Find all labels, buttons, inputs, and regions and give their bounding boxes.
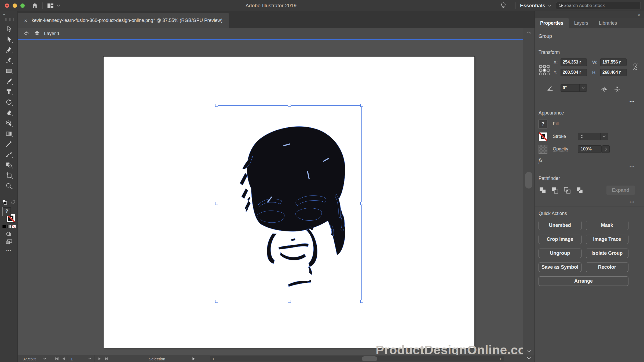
selection-tool[interactable] bbox=[3, 24, 15, 34]
screen-mode-icon[interactable] bbox=[5, 239, 13, 245]
fill-swatch[interactable]: ? bbox=[539, 120, 547, 128]
paintbrush-tool[interactable] bbox=[3, 76, 15, 86]
recolor-button[interactable]: Recolor bbox=[586, 263, 629, 272]
back-arrow-icon[interactable] bbox=[24, 31, 30, 36]
status-menu-arrow-icon[interactable] bbox=[192, 355, 195, 362]
constrain-proportions-icon[interactable] bbox=[631, 62, 639, 71]
last-artboard-icon[interactable] bbox=[105, 357, 108, 360]
stroke-weight-stepper[interactable] bbox=[578, 133, 586, 140]
pathfinder-intersect-icon[interactable] bbox=[563, 186, 571, 194]
search-input[interactable] bbox=[564, 3, 638, 8]
rotate-tool[interactable] bbox=[3, 97, 15, 107]
scroll-right-icon[interactable]: › bbox=[497, 356, 504, 361]
zoom-level-dropdown[interactable]: 37.55% bbox=[23, 355, 46, 362]
layer-name[interactable]: Layer 1 bbox=[44, 31, 60, 36]
none-mode-swatch[interactable] bbox=[12, 225, 16, 228]
canvas[interactable]: ProductDesignOnline.com bbox=[18, 39, 535, 355]
vertical-scrollbar[interactable] bbox=[523, 28, 535, 355]
opacity-options-arrow-icon[interactable] bbox=[602, 145, 610, 153]
arrange-documents-icon[interactable] bbox=[47, 3, 60, 9]
shaper-tool[interactable] bbox=[3, 118, 15, 128]
eyedropper-tool[interactable] bbox=[3, 139, 15, 149]
next-artboard-icon[interactable] bbox=[98, 357, 101, 360]
flip-horizontal-icon[interactable] bbox=[601, 86, 608, 93]
close-window-button[interactable] bbox=[5, 3, 9, 8]
appearance-more-options-icon[interactable]: ••• bbox=[630, 165, 635, 169]
status-display[interactable]: Selection bbox=[129, 355, 185, 362]
scroll-left-icon[interactable]: ‹ bbox=[210, 356, 217, 361]
rectangle-tool[interactable] bbox=[3, 65, 15, 76]
h-input[interactable]: 268.464 r bbox=[600, 69, 627, 76]
save-as-symbol-button[interactable]: Save as Symbol bbox=[539, 263, 581, 272]
home-icon[interactable] bbox=[32, 2, 38, 9]
type-tool[interactable] bbox=[3, 86, 15, 97]
document-tab[interactable]: × kevin-kennedy-learn-fusion-360-product… bbox=[18, 13, 229, 28]
first-artboard-icon[interactable] bbox=[55, 357, 58, 360]
w-input[interactable]: 197.556 r bbox=[600, 58, 627, 66]
transform-more-options-icon[interactable]: ••• bbox=[630, 99, 635, 104]
shape-builder-tool[interactable] bbox=[3, 160, 15, 170]
previous-artboard-icon[interactable] bbox=[62, 357, 65, 360]
opacity-input[interactable]: 100% bbox=[578, 145, 602, 153]
collapse-tools-icon[interactable]: » bbox=[3, 12, 5, 16]
pathfinder-minus-front-icon[interactable] bbox=[551, 186, 559, 194]
pathfinder-unite-icon[interactable] bbox=[539, 186, 547, 194]
isolate-group-button[interactable]: Isolate Group bbox=[586, 249, 629, 258]
horizontal-scrollbar-thumb[interactable] bbox=[362, 356, 377, 361]
workspace-switcher[interactable]: Essentials bbox=[520, 3, 552, 9]
collapse-panel-icon[interactable]: » bbox=[638, 12, 640, 17]
flip-vertical-icon[interactable] bbox=[614, 86, 621, 93]
pen-tool[interactable] bbox=[3, 45, 15, 55]
artboard-navigation-field[interactable]: 1 bbox=[68, 355, 94, 362]
swap-fill-stroke-icon[interactable] bbox=[10, 200, 16, 205]
image-trace-button[interactable]: Image Trace bbox=[586, 235, 629, 244]
opacity-label[interactable]: Opacity bbox=[553, 146, 570, 152]
reference-point-locator[interactable] bbox=[539, 64, 550, 76]
opacity-swatch[interactable] bbox=[539, 145, 547, 154]
direct-selection-tool[interactable] bbox=[3, 34, 15, 45]
pathfinder-exclude-icon[interactable] bbox=[576, 186, 584, 194]
blend-tool[interactable] bbox=[3, 149, 15, 160]
close-document-icon[interactable]: × bbox=[24, 18, 27, 23]
ungroup-button[interactable]: Ungroup bbox=[539, 249, 581, 258]
chevron-down-icon[interactable] bbox=[600, 133, 608, 140]
lightbulb-icon[interactable] bbox=[500, 2, 506, 9]
crop-image-button[interactable]: Crop Image bbox=[539, 235, 581, 244]
tab-libraries[interactable]: Libraries bbox=[594, 18, 622, 28]
gradient-mode-swatch[interactable] bbox=[7, 225, 11, 228]
adobe-stock-search[interactable] bbox=[556, 2, 641, 9]
scroll-down-icon[interactable] bbox=[526, 350, 532, 353]
color-mode-swatch[interactable] bbox=[2, 225, 6, 228]
edit-toolbar-icon[interactable]: ••• bbox=[6, 249, 12, 253]
effects-fx-icon[interactable]: fx. bbox=[539, 157, 640, 166]
fill-color-swatch[interactable]: ? bbox=[2, 207, 11, 216]
gradient-tool[interactable] bbox=[3, 128, 15, 139]
default-colors-icon[interactable] bbox=[2, 200, 8, 205]
arrange-button[interactable]: Arrange bbox=[539, 276, 628, 286]
tools-grip-handle[interactable] bbox=[4, 18, 14, 21]
drawing-modes-icon[interactable] bbox=[6, 231, 12, 237]
artboard-tool[interactable] bbox=[3, 170, 15, 180]
scroll-down-icon[interactable] bbox=[526, 357, 531, 360]
mask-button[interactable]: Mask bbox=[586, 221, 629, 230]
curvature-tool[interactable] bbox=[3, 55, 15, 65]
stroke-weight-control[interactable] bbox=[578, 133, 608, 140]
stroke-label[interactable]: Stroke bbox=[553, 134, 570, 139]
traced-portrait-artwork[interactable] bbox=[217, 105, 362, 301]
tab-properties[interactable]: Properties bbox=[535, 18, 569, 28]
scroll-up-icon[interactable] bbox=[526, 31, 532, 34]
rotate-angle-dropdown[interactable]: 0° bbox=[561, 84, 587, 92]
zoom-window-button[interactable] bbox=[20, 3, 25, 8]
minimize-window-button[interactable] bbox=[13, 3, 17, 8]
vertical-scrollbar-thumb[interactable] bbox=[525, 172, 532, 189]
eraser-tool[interactable] bbox=[3, 107, 15, 118]
horizontal-scrollbar[interactable]: ‹ › bbox=[210, 356, 504, 361]
pathfinder-more-options-icon[interactable]: ••• bbox=[630, 200, 635, 204]
unembed-button[interactable]: Unembed bbox=[539, 221, 581, 230]
zoom-tool[interactable] bbox=[3, 180, 15, 191]
x-input[interactable]: 254.353 r bbox=[561, 58, 587, 66]
horizontal-scrollbar-track[interactable] bbox=[217, 356, 497, 361]
y-input[interactable]: 200.504 r bbox=[561, 69, 587, 76]
expand-button[interactable]: Expand bbox=[606, 186, 635, 195]
stroke-swatch[interactable] bbox=[539, 132, 547, 141]
